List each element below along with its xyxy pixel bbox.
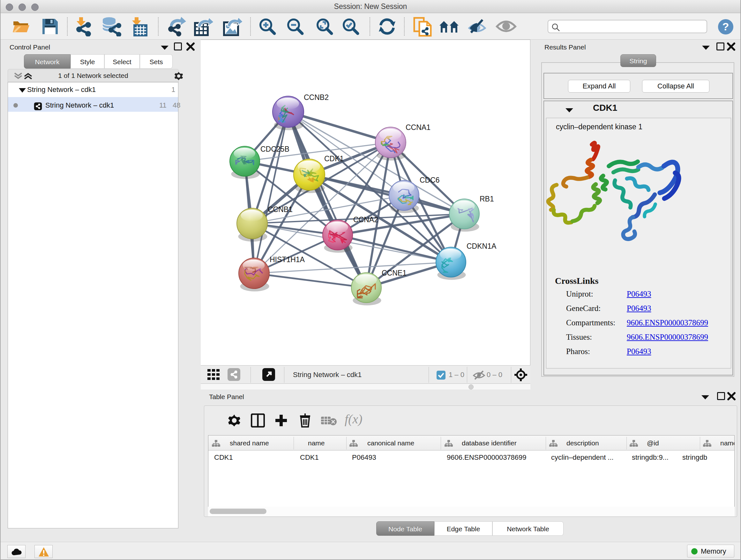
- svg-text:CDKN1A: CDKN1A: [467, 242, 496, 250]
- svg-text:CDC6: CDC6: [420, 176, 440, 184]
- svg-text:CCNA1: CCNA1: [406, 123, 430, 132]
- svg-text:CCNE1: CCNE1: [382, 269, 407, 277]
- svg-text:CDK1: CDK1: [324, 154, 344, 163]
- svg-text:?: ?: [723, 20, 729, 33]
- svg-text:CCNB2: CCNB2: [304, 93, 329, 102]
- svg-text:CCNA2: CCNA2: [353, 215, 378, 224]
- svg-text:RB1: RB1: [480, 195, 494, 203]
- svg-text:CCNB1: CCNB1: [268, 205, 293, 213]
- svg-text:HIST1H1A: HIST1H1A: [270, 255, 305, 264]
- svg-text:CDC25B: CDC25B: [260, 145, 289, 153]
